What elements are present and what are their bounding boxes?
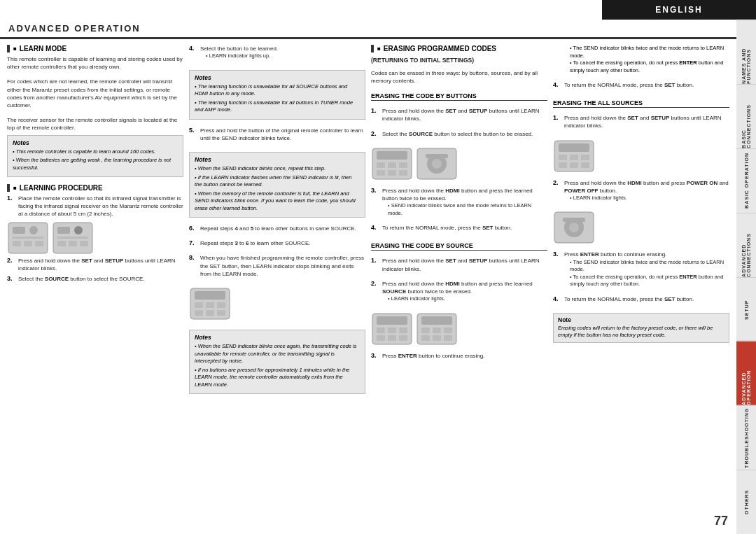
svg-rect-26	[399, 162, 407, 168]
learn-mode-section: LEARN MODE This remote controller is cap…	[7, 45, 183, 180]
page-number: 77	[714, 514, 728, 528]
note3-item-1: When the SEND indicator blinks once, rep…	[195, 165, 360, 173]
step-2: 2. Press and hold down the SET and SETUP…	[7, 257, 183, 272]
tab-names-functions[interactable]: NAMES AND FUNCTIONS	[736, 20, 756, 84]
erasing-all-title: ERASING THE ALL SOURCES	[553, 99, 729, 108]
svg-rect-61	[563, 218, 585, 222]
note-item-1: This remote controller is capable to lea…	[13, 148, 178, 156]
erasing-title: ERASING PROGRAMMED CODES	[371, 45, 547, 52]
tab-advanced-connections[interactable]: ADVANCED CONNECTIONS	[736, 213, 756, 277]
svg-rect-29	[399, 170, 407, 176]
section-title: ADVANCED OPERATION	[8, 23, 141, 34]
main-content: LEARN MODE This remote controller is cap…	[0, 39, 736, 534]
svg-rect-20	[206, 310, 214, 316]
remote-image-2	[52, 221, 94, 255]
learn-mode-notes: Notes This remote controller is capable …	[7, 135, 183, 178]
note2-item-1: The learning function is unavailable for…	[195, 83, 360, 98]
all-remote-row2	[553, 211, 729, 244]
note2-item-2: The learning function is unavailable for…	[195, 99, 360, 114]
svg-rect-1	[13, 227, 25, 234]
svg-rect-52	[559, 155, 567, 160]
note4-item-1: When the SEND indicator blinks once agai…	[195, 343, 360, 365]
svg-rect-47	[421, 335, 430, 341]
svg-rect-16	[195, 302, 203, 308]
source-remote-1	[371, 312, 413, 346]
svg-rect-11	[57, 241, 66, 246]
all-step-2: 2. Press and hold down the HDMI button a…	[553, 179, 729, 202]
svg-rect-21	[217, 310, 225, 316]
all-step-4: 4. To return the NORMAL mode, press the …	[553, 295, 729, 303]
note-item-2: When the batteries are getting weak , th…	[13, 157, 178, 171]
note4-item-2: If no buttons are pressed for approximat…	[195, 367, 360, 389]
svg-rect-13	[80, 241, 88, 246]
svg-point-60	[569, 223, 579, 232]
tab-basic-connections[interactable]: BASIC CONNECTIONS	[736, 84, 756, 148]
svg-rect-19	[195, 310, 203, 316]
step-8: 8. When you have finished programming th…	[189, 254, 365, 278]
erasing-remote-1	[371, 147, 413, 181]
col3: ERASING PROGRAMMED CODES (RETURNING TO I…	[371, 45, 547, 528]
svg-rect-55	[559, 162, 567, 168]
svg-rect-17	[206, 302, 214, 308]
all-remote-1	[553, 139, 595, 173]
final-note-box: Note Erasing codes will return to the fa…	[553, 313, 729, 343]
right-tabs-container: NAMES AND FUNCTIONS BASIC CONNECTIONS BA…	[736, 20, 756, 534]
svg-rect-46	[444, 328, 452, 333]
svg-point-9	[74, 226, 83, 234]
step-1: 1. Place the remote controller so that i…	[7, 195, 183, 218]
erasing-step-3: 3. Press and hold down the HDMI button a…	[371, 187, 547, 217]
note-title: Note	[558, 316, 724, 323]
erasing-step-1: 1. Press and hold down the SET and SETUP…	[371, 107, 547, 122]
learn-mode-body1: This remote controller is capable of lea…	[7, 55, 183, 71]
svg-rect-23	[377, 151, 407, 160]
svg-rect-24	[377, 162, 385, 168]
source-step-1: 1. Press and hold down the SET and SETUP…	[371, 257, 547, 272]
erasing-intro: Codes can be erased in three ways: by bu…	[371, 69, 547, 85]
remote-images-row1	[7, 221, 183, 255]
svg-rect-54	[581, 155, 589, 160]
col2-notes1: Notes The learning function is unavailab…	[189, 70, 365, 120]
notes-label: Notes	[13, 139, 178, 146]
col4-step4: 4. To return the NORMAL mode, press the …	[553, 81, 729, 89]
all-step-3: 3. Press ENTER button to continue erasin…	[553, 251, 729, 288]
by-source-title: Erasing the code by SOURCE	[371, 242, 547, 251]
learn-mode-body3: The receiver sensor for the remote contr…	[7, 116, 183, 132]
erasing-step-2: 2. Select the SOURCE button to select th…	[371, 130, 547, 138]
notes2-label: Notes	[195, 74, 360, 81]
notes4-label: Notes	[195, 334, 360, 341]
col2-notes2: Notes When the SEND indicator blinks onc…	[189, 152, 365, 218]
svg-rect-39	[377, 335, 385, 341]
svg-rect-12	[69, 241, 77, 246]
all-step-1: 1. Press and hold down the SET and SETUP…	[553, 114, 729, 129]
svg-rect-48	[433, 335, 441, 341]
source-remote-row	[371, 312, 547, 346]
col2-notes3: Notes When the SEND indicator blinks onc…	[189, 330, 365, 394]
tab-others[interactable]: OTHERS	[736, 470, 756, 534]
svg-rect-53	[570, 155, 578, 160]
all-remote-2	[553, 211, 595, 244]
step-7: 7. Repeat steps 3 to 6 to learn other SO…	[189, 239, 365, 247]
svg-rect-45	[433, 328, 441, 333]
section-header: ADVANCED OPERATION	[0, 20, 736, 39]
tab-advanced-operation[interactable]: ADVANCED OPERATION	[736, 341, 756, 405]
svg-rect-37	[388, 328, 396, 333]
svg-rect-57	[581, 162, 589, 168]
erasing-remote-row1	[371, 147, 547, 181]
svg-rect-49	[444, 335, 452, 341]
remote-image-1	[7, 221, 49, 255]
svg-rect-4	[13, 241, 21, 246]
svg-rect-41	[399, 335, 407, 341]
source-step-3-begin: 3. Press ENTER button to continue erasin…	[371, 352, 547, 360]
svg-rect-3	[13, 237, 43, 239]
tab-troubleshooting[interactable]: TROUBLESHOOTING	[736, 405, 756, 470]
svg-rect-44	[421, 328, 430, 333]
tab-basic-operation[interactable]: BASIC OPERATION	[736, 148, 756, 213]
step-5: 5. Press and hold the button of the orig…	[189, 127, 365, 142]
svg-rect-25	[388, 162, 396, 168]
svg-rect-5	[24, 241, 32, 246]
tab-setup[interactable]: SETUP	[736, 277, 756, 342]
source-step-2: 2. Press and hold down the HDMI button a…	[371, 280, 547, 303]
remote-images-row2	[189, 287, 365, 321]
svg-rect-51	[559, 143, 589, 152]
svg-point-2	[29, 226, 38, 234]
